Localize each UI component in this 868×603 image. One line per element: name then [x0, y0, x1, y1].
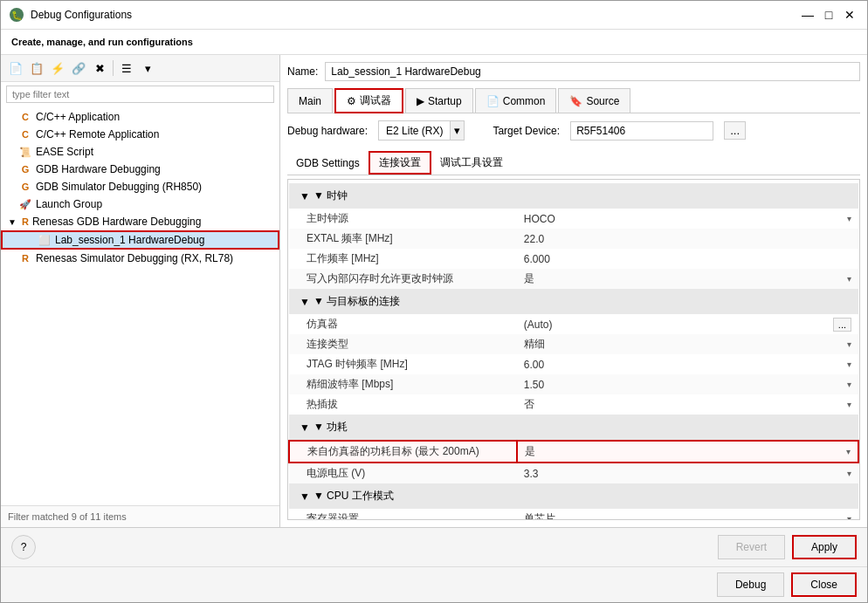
tab-debugger[interactable]: ⚙ 调试器 [334, 88, 403, 113]
subtitle: Create, manage, and run configurations [1, 30, 867, 55]
tree-item-cpp-app[interactable]: C C/C++ Application [1, 108, 279, 126]
row-key: 工作频率 [MHz] [289, 249, 517, 269]
tab-startup[interactable]: ▶ Startup [405, 88, 473, 113]
value-select[interactable]: 精细 ▾ [524, 337, 851, 352]
tree-item-ease[interactable]: 📜 EASE Script [1, 143, 279, 161]
source-tab-icon: 🔖 [569, 95, 582, 107]
name-input[interactable] [325, 62, 860, 81]
new-config-button[interactable]: 📄 [6, 58, 25, 78]
debug-button[interactable]: Debug [717, 572, 784, 597]
tree-group-renesas-gdb[interactable]: ▼ R Renesas GDB Hardware Debugging [1, 213, 279, 230]
row-value: 22.0 [517, 229, 858, 249]
row-key: 电源电压 (V) [289, 463, 517, 483]
left-toolbar: 📄 📋 ⚡ 🔗 ✖ ☰ ▾ [1, 55, 279, 82]
dropdown-icon: ▾ [847, 400, 851, 409]
tab-common[interactable]: 📄 Common [475, 88, 557, 113]
close-button[interactable]: Close [791, 572, 857, 597]
value-select[interactable]: HOCO ▾ [524, 213, 851, 225]
filter-dropdown-button[interactable]: ▾ [138, 58, 157, 78]
window-title: Debug Configurations [31, 9, 132, 21]
section-power: ▼ ▼ 功耗 [289, 415, 858, 441]
board-toggle[interactable]: ▼ ▼ 与目标板的连接 [294, 291, 853, 312]
val-text: 单芯片 [524, 511, 555, 520]
row-value: 是 ▾ [517, 441, 858, 463]
gdb-sim-icon: G [18, 182, 32, 192]
row-key: EXTAL 频率 [MHz] [289, 229, 517, 249]
row-key: 写入内部闪存时允许更改时钟源 [289, 269, 517, 289]
main-tabs: Main ⚙ 调试器 ▶ Startup 📄 Common 🔖 Source [287, 88, 860, 113]
hw-debug-value: E2 Lite (RX) [379, 122, 450, 140]
row-value: 3.3 ▾ [517, 463, 858, 483]
table-row: 主时钟源 HOCO ▾ [289, 209, 858, 229]
value-select[interactable]: 6.00 ▾ [524, 359, 851, 371]
toolbar-separator [113, 60, 114, 76]
tree-item-cpp-remote[interactable]: C C/C++ Remote Application [1, 126, 279, 143]
minimize-button[interactable]: — [799, 6, 816, 24]
filter-input[interactable] [6, 86, 274, 103]
row-value: 否 ▾ [517, 394, 858, 415]
tree-item-cpp-app-label: C/C++ Application [36, 111, 120, 123]
expand-icon: ▼ [8, 217, 18, 227]
filter-status: Filter matched 9 of 11 items [1, 505, 279, 527]
duplicate-button[interactable]: 📋 [27, 58, 46, 78]
tab-startup-label: Startup [428, 95, 462, 107]
tree-item-gdb-sim[interactable]: G GDB Simulator Debugging (RH850) [1, 178, 279, 195]
filter-button[interactable]: ☰ [117, 58, 136, 78]
right-panel: Name: Main ⚙ 调试器 ▶ Startup 📄 [280, 55, 867, 527]
tree-item-lab-session[interactable]: ⬜ Lab_session_1 HardwareDebug [1, 230, 279, 250]
table-row: 电源电压 (V) 3.3 ▾ [289, 463, 858, 483]
export-button[interactable]: ⚡ [48, 58, 67, 78]
subtab-connect[interactable]: 连接设置 [369, 151, 431, 175]
config-tree: C C/C++ Application C C/C++ Remote Appli… [1, 106, 279, 505]
hw-debug-dropdown[interactable]: ▾ [450, 121, 464, 140]
target-input[interactable] [570, 121, 713, 140]
row-key: 寄存器设置 [289, 509, 517, 520]
main-content: 📄 📋 ⚡ 🔗 ✖ ☰ ▾ C C/C++ Application [1, 55, 867, 527]
ease-icon: 📜 [18, 147, 32, 158]
delete-button[interactable]: ✖ [90, 58, 109, 78]
dropdown-icon: ▾ [847, 469, 851, 478]
board-title: ▼ 与目标板的连接 [313, 294, 400, 309]
emulator-ellipsis[interactable]: ... [833, 318, 851, 332]
val-text: (Auto) [524, 319, 553, 331]
maximize-button[interactable]: □ [820, 6, 837, 24]
value-select-power[interactable]: 是 ▾ [525, 444, 851, 459]
tab-source[interactable]: 🔖 Source [558, 88, 630, 113]
row-value: 精细 ▾ [517, 334, 858, 354]
link-button[interactable]: 🔗 [69, 58, 88, 78]
tab-common-label: Common [503, 95, 546, 107]
bottom-right: Revert Apply [718, 535, 857, 559]
table-row: 连接类型 精细 ▾ [289, 334, 858, 354]
tree-item-renesas-sim-label: Renesas Simulator Debugging (RX, RL78) [36, 252, 233, 264]
cpu-toggle[interactable]: ▼ ▼ CPU 工作模式 [294, 486, 853, 506]
tree-item-renesas-sim[interactable]: R Renesas Simulator Debugging (RX, RL78) [1, 250, 279, 267]
value-select[interactable]: 1.50 ▾ [524, 379, 851, 391]
close-window-button[interactable]: ✕ [841, 6, 858, 24]
val-text: HOCO [524, 213, 555, 225]
tab-main[interactable]: Main [287, 88, 333, 113]
clock-arrow: ▼ [300, 190, 310, 202]
apply-button[interactable]: Apply [792, 535, 857, 559]
table-row: 工作频率 [MHz] 6.000 [289, 249, 858, 269]
value-select[interactable]: 是 ▾ [524, 271, 851, 286]
hw-row: Debug hardware: E2 Lite (RX) ▾ Target De… [287, 120, 860, 140]
tree-item-launch-group[interactable]: 🚀 Launch Group [1, 195, 279, 213]
revert-button[interactable]: Revert [718, 535, 785, 559]
row-key: JTAG 时钟频率 [MHz] [289, 354, 517, 374]
subtab-tools[interactable]: 调试工具设置 [431, 151, 512, 175]
title-controls: — □ ✕ [799, 6, 858, 24]
tree-item-gdb-hw[interactable]: G GDB Hardware Debugging [1, 161, 279, 178]
bottom-left: ? [11, 535, 36, 559]
power-toggle[interactable]: ▼ ▼ 功耗 [294, 417, 853, 437]
subtab-gdb[interactable]: GDB Settings [287, 151, 369, 175]
clock-toggle[interactable]: ▼ ▼ 时钟 [294, 186, 853, 206]
row-value: (Auto) ... [517, 314, 858, 334]
board-arrow: ▼ [300, 296, 310, 308]
value-select[interactable]: 单芯片 ▾ [524, 511, 851, 520]
help-button[interactable]: ? [11, 535, 36, 559]
settings-table: ▼ ▼ 时钟 主时钟源 HOCO ▾ [288, 183, 859, 520]
value-select[interactable]: 3.3 ▾ [524, 468, 851, 480]
value-select[interactable]: 否 ▾ [524, 397, 851, 412]
target-ellipsis-button[interactable]: ... [724, 121, 746, 140]
dropdown-icon: ▾ [847, 514, 851, 520]
